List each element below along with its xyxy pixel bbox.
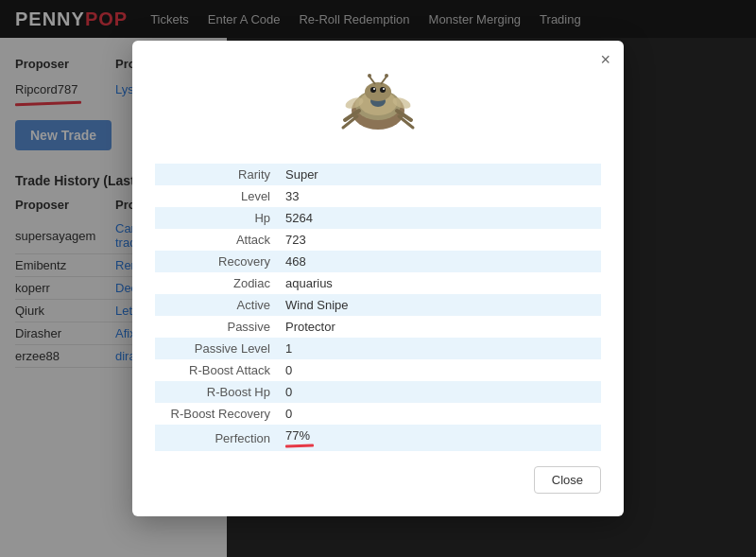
stat-label-passive-level: Passive Level	[155, 338, 278, 359]
stat-value-passive: Protector	[278, 316, 601, 338]
stat-rboost-hp: R-Boost Hp 0	[155, 381, 601, 403]
stat-label-rboost-recovery: R-Boost Recovery	[155, 403, 278, 425]
stat-value-attack: 723	[278, 229, 601, 251]
stat-rboost-attack: R-Boost Attack 0	[155, 359, 601, 381]
monster-image-area	[155, 63, 601, 148]
stat-value-rarity: Super	[278, 164, 601, 185]
svg-point-9	[370, 87, 376, 93]
modal-overlay[interactable]: ×	[0, 0, 756, 557]
stat-recovery: Recovery 468	[155, 251, 601, 272]
stat-active: Active Wind Snipe	[155, 294, 601, 316]
svg-point-8	[365, 82, 391, 101]
stat-attack: Attack 723	[155, 229, 601, 251]
stat-label-level: Level	[155, 185, 278, 207]
stat-label-attack: Attack	[155, 229, 278, 251]
stat-label-perfection: Perfection	[155, 425, 278, 451]
stat-label-recovery: Recovery	[155, 251, 278, 272]
stat-value-rboost-hp: 0	[278, 381, 601, 403]
stat-passive-level: Passive Level 1	[155, 338, 601, 359]
stat-value-rboost-recovery: 0	[278, 403, 601, 425]
stat-value-active: Wind Snipe	[278, 294, 601, 316]
monster-sprite	[326, 63, 430, 148]
modal-close-button[interactable]: Close	[534, 466, 601, 494]
svg-line-15	[381, 77, 387, 84]
stat-level: Level 33	[155, 185, 601, 207]
stat-label-rboost-attack: R-Boost Attack	[155, 359, 278, 381]
modal-close-x-button[interactable]: ×	[600, 50, 610, 70]
stat-hp: Hp 5264	[155, 207, 601, 229]
stat-label-rboost-hp: R-Boost Hp	[155, 381, 278, 403]
svg-line-13	[369, 77, 375, 84]
svg-point-14	[368, 74, 371, 78]
svg-point-16	[385, 74, 388, 78]
stat-label-hp: Hp	[155, 207, 278, 229]
monster-stats-table: Rarity Super Level 33 Hp 5264 Attack 723…	[155, 164, 601, 451]
stat-label-passive: Passive	[155, 316, 278, 338]
stat-label-active: Active	[155, 294, 278, 316]
stat-label-zodiac: Zodiac	[155, 272, 278, 294]
svg-point-12	[383, 88, 385, 90]
stat-value-zodiac: aquarius	[278, 272, 601, 294]
modal-footer: Close	[155, 466, 601, 494]
stat-value-rboost-attack: 0	[278, 359, 601, 381]
stat-perfection: Perfection 77%	[155, 425, 601, 451]
stat-rboost-recovery: R-Boost Recovery 0	[155, 403, 601, 425]
stat-rarity: Rarity Super	[155, 164, 601, 185]
stat-label-rarity: Rarity	[155, 164, 278, 185]
stat-zodiac: Zodiac aquarius	[155, 272, 601, 294]
stat-value-passive-level: 1	[278, 338, 601, 359]
stat-passive: Passive Protector	[155, 316, 601, 338]
stat-value-perfection: 77%	[278, 425, 601, 451]
stat-value-hp: 5264	[278, 207, 601, 229]
perfection-value: 77%	[285, 428, 310, 443]
svg-point-10	[380, 87, 386, 93]
perfection-underline-decoration	[285, 444, 314, 447]
svg-point-11	[373, 88, 375, 90]
stat-value-level: 33	[278, 185, 601, 207]
monster-detail-modal: ×	[132, 41, 624, 516]
stat-value-recovery: 468	[278, 251, 601, 272]
